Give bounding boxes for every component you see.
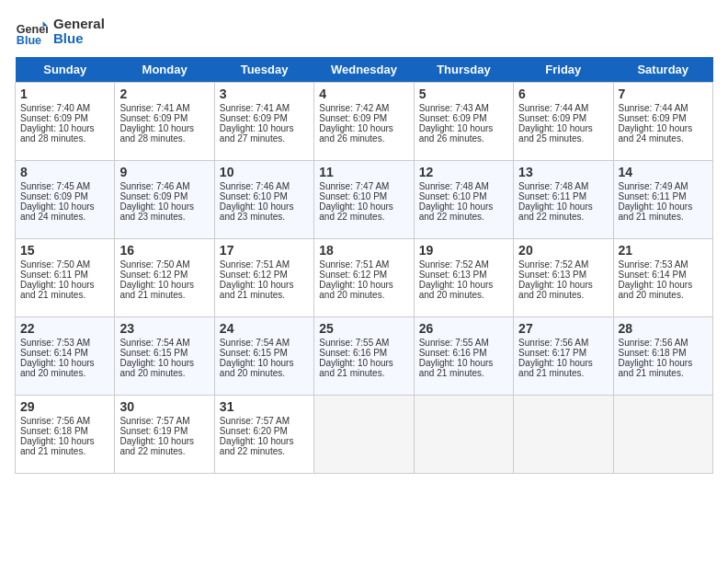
daylight-label: Daylight: 10 hours and 21 minutes. [419,358,494,378]
day-number: 18 [319,243,408,258]
calendar-cell: 30Sunrise: 7:57 AMSunset: 6:19 PMDayligh… [115,396,214,474]
daylight-label: Daylight: 10 hours and 20 minutes. [20,358,95,378]
sunset-text: Sunset: 6:18 PM [20,426,88,436]
daylight-label: Daylight: 10 hours and 26 minutes. [319,123,393,144]
sunset-text: Sunset: 6:10 PM [319,191,387,201]
sunset-text: Sunset: 6:16 PM [419,348,487,358]
calendar-cell: 9Sunrise: 7:46 AMSunset: 6:09 PMDaylight… [115,161,214,239]
calendar-cell: 18Sunrise: 7:51 AMSunset: 6:12 PMDayligh… [314,239,414,317]
sunset-text: Sunset: 6:11 PM [619,191,687,201]
daylight-label: Daylight: 10 hours and 20 minutes. [419,280,494,300]
sunset-text: Sunset: 6:09 PM [20,113,88,123]
day-header-sunday: Sunday [16,57,115,83]
sunset-text: Sunset: 6:10 PM [220,191,288,201]
day-number: 3 [220,86,309,101]
calendar-week-1: 8Sunrise: 7:45 AMSunset: 6:09 PMDaylight… [16,161,713,239]
sunrise-text: Sunrise: 7:48 AM [518,181,588,191]
calendar-cell: 27Sunrise: 7:56 AMSunset: 6:17 PMDayligh… [514,317,613,396]
svg-text:Blue: Blue [17,34,41,47]
day-number: 23 [119,321,209,336]
daylight-label: Daylight: 10 hours and 21 minutes. [119,280,194,300]
day-number: 8 [20,165,109,179]
day-number: 31 [220,399,309,414]
calendar-cell [514,396,613,474]
day-header-friday: Friday [514,57,613,83]
logo-general: General [53,17,105,32]
calendar-cell: 22Sunrise: 7:53 AMSunset: 6:14 PMDayligh… [16,317,115,396]
daylight-label: Daylight: 10 hours and 21 minutes. [518,358,593,378]
daylight-label: Daylight: 10 hours and 20 minutes. [319,280,393,300]
calendar-cell: 21Sunrise: 7:53 AMSunset: 6:14 PMDayligh… [613,239,712,317]
sunset-text: Sunset: 6:15 PM [220,348,288,358]
calendar-week-3: 22Sunrise: 7:53 AMSunset: 6:14 PMDayligh… [16,317,713,396]
day-number: 7 [619,86,708,101]
daylight-label: Daylight: 10 hours and 21 minutes. [20,280,95,300]
day-number: 20 [518,243,608,258]
calendar-cell: 1Sunrise: 7:40 AMSunset: 6:09 PMDaylight… [16,83,115,161]
daylight-label: Daylight: 10 hours and 24 minutes. [20,201,95,222]
sunrise-text: Sunrise: 7:41 AM [119,103,189,113]
sunrise-text: Sunrise: 7:46 AM [119,181,189,191]
calendar-week-0: 1Sunrise: 7:40 AMSunset: 6:09 PMDaylight… [16,83,713,161]
day-number: 25 [319,321,408,336]
calendar-cell: 31Sunrise: 7:57 AMSunset: 6:20 PMDayligh… [214,396,313,474]
daylight-label: Daylight: 10 hours and 22 minutes. [419,201,494,222]
sunrise-text: Sunrise: 7:42 AM [319,103,389,113]
calendar-cell: 12Sunrise: 7:48 AMSunset: 6:10 PMDayligh… [414,161,513,239]
day-number: 15 [20,243,109,258]
logo-blue: Blue [53,31,105,47]
daylight-label: Daylight: 10 hours and 21 minutes. [619,201,693,222]
day-number: 27 [518,321,608,336]
day-number: 28 [619,321,708,336]
day-number: 12 [419,165,508,179]
daylight-label: Daylight: 10 hours and 20 minutes. [619,280,693,300]
daylight-label: Daylight: 10 hours and 22 minutes. [119,436,194,456]
calendar-cell: 5Sunrise: 7:43 AMSunset: 6:09 PMDaylight… [414,83,513,161]
sunrise-text: Sunrise: 7:49 AM [619,181,688,191]
calendar-cell: 4Sunrise: 7:42 AMSunset: 6:09 PMDaylight… [314,83,414,161]
calendar-cell [613,396,712,474]
sunrise-text: Sunrise: 7:50 AM [119,259,189,270]
daylight-label: Daylight: 10 hours and 21 minutes. [20,436,95,456]
calendar-cell: 6Sunrise: 7:44 AMSunset: 6:09 PMDaylight… [514,83,613,161]
daylight-label: Daylight: 10 hours and 27 minutes. [220,123,294,144]
header: General Blue General Blue [15,15,713,48]
calendar-week-4: 29Sunrise: 7:56 AMSunset: 6:18 PMDayligh… [16,396,713,474]
calendar-cell: 10Sunrise: 7:46 AMSunset: 6:10 PMDayligh… [214,161,313,239]
day-header-monday: Monday [115,57,214,83]
sunrise-text: Sunrise: 7:54 AM [119,338,189,348]
daylight-label: Daylight: 10 hours and 26 minutes. [419,123,494,144]
sunrise-text: Sunrise: 7:44 AM [619,103,688,113]
daylight-label: Daylight: 10 hours and 25 minutes. [518,123,593,144]
calendar-cell: 25Sunrise: 7:55 AMSunset: 6:16 PMDayligh… [314,317,414,396]
logo: General Blue General Blue [15,15,105,48]
sunset-text: Sunset: 6:16 PM [319,348,387,358]
sunset-text: Sunset: 6:19 PM [119,426,188,436]
day-number: 6 [518,86,608,101]
day-number: 16 [119,243,209,258]
sunrise-text: Sunrise: 7:44 AM [518,103,588,113]
sunset-text: Sunset: 6:20 PM [220,426,288,436]
sunset-text: Sunset: 6:09 PM [619,113,687,123]
sunset-text: Sunset: 6:09 PM [518,113,586,123]
calendar-cell: 28Sunrise: 7:56 AMSunset: 6:18 PMDayligh… [613,317,712,396]
sunrise-text: Sunrise: 7:55 AM [319,338,389,348]
daylight-label: Daylight: 10 hours and 22 minutes. [319,201,393,222]
sunrise-text: Sunrise: 7:41 AM [220,103,290,113]
day-number: 21 [619,243,708,258]
sunset-text: Sunset: 6:11 PM [20,270,88,280]
calendar-week-2: 15Sunrise: 7:50 AMSunset: 6:11 PMDayligh… [16,239,713,317]
sunrise-text: Sunrise: 7:53 AM [619,259,688,270]
sunset-text: Sunset: 6:09 PM [20,191,88,201]
sunset-text: Sunset: 6:09 PM [319,113,387,123]
sunset-text: Sunset: 6:18 PM [619,348,687,358]
daylight-label: Daylight: 10 hours and 20 minutes. [518,280,593,300]
day-header-tuesday: Tuesday [214,57,313,83]
day-number: 29 [20,399,109,414]
calendar-cell: 26Sunrise: 7:55 AMSunset: 6:16 PMDayligh… [414,317,513,396]
sunset-text: Sunset: 6:17 PM [518,348,586,358]
day-number: 24 [220,321,309,336]
calendar-cell [414,396,513,474]
sunset-text: Sunset: 6:10 PM [419,191,487,201]
calendar-cell: 23Sunrise: 7:54 AMSunset: 6:15 PMDayligh… [115,317,214,396]
